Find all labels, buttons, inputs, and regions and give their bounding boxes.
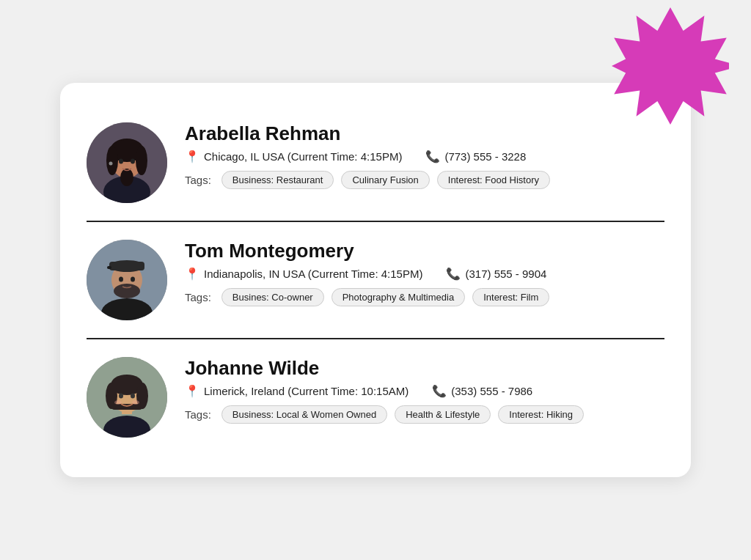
location-text: Indianapolis, IN USA (Current Time: 4:15… xyxy=(204,268,422,280)
contact-phone: 📞(317) 555 - 9904 xyxy=(446,267,546,281)
location-text: Chicago, IL USA (Current Time: 4:15PM) xyxy=(204,150,402,163)
svg-point-32 xyxy=(132,400,139,405)
contact-location: 📍Chicago, IL USA (Current Time: 4:15PM) xyxy=(185,150,402,163)
contact-phone: 📞(773) 555 - 3228 xyxy=(425,150,526,163)
contact-location: 📍Limerick, Ireland (Current Time: 10:15A… xyxy=(185,384,409,398)
tags-label: Tags: xyxy=(185,291,211,303)
svg-point-29 xyxy=(119,394,123,399)
svg-point-30 xyxy=(131,394,135,399)
starburst-shape xyxy=(612,7,729,125)
contact-row-johanne-wilde: Johanne Wilde📍Limerick, Ireland (Current… xyxy=(87,338,664,455)
svg-point-10 xyxy=(109,162,113,166)
contact-name: Johanne Wilde xyxy=(185,357,664,380)
contact-info-arabella-rehman: Arabella Rehman📍Chicago, IL USA (Current… xyxy=(185,122,664,189)
svg-point-19 xyxy=(119,277,123,282)
tag-item: Photography & Multimedia xyxy=(331,288,465,306)
contact-meta-row: 📍Indianapolis, IN USA (Current Time: 4:1… xyxy=(185,267,664,281)
contact-name: Tom Montegomery xyxy=(185,240,664,262)
phone-text: (317) 555 - 9904 xyxy=(465,268,546,280)
location-text: Limerick, Ireland (Current Time: 10:15AM… xyxy=(204,385,409,397)
contact-meta-row: 📍Chicago, IL USA (Current Time: 4:15PM)📞… xyxy=(185,150,664,163)
svg-point-31 xyxy=(114,400,122,405)
svg-point-7 xyxy=(120,169,133,186)
location-icon: 📍 xyxy=(185,267,199,281)
phone-icon: 📞 xyxy=(446,267,461,281)
contact-meta-row: 📍Limerick, Ireland (Current Time: 10:15A… xyxy=(185,384,664,398)
tag-item: Health & Lifestyle xyxy=(395,405,491,424)
svg-point-20 xyxy=(131,277,135,282)
phone-icon: 📞 xyxy=(425,150,440,163)
svg-rect-18 xyxy=(107,266,111,269)
tag-item: Business: Local & Women Owned xyxy=(221,405,387,424)
svg-point-9 xyxy=(131,159,135,164)
contact-info-johanne-wilde: Johanne Wilde📍Limerick, Ireland (Current… xyxy=(185,357,664,424)
tag-item: Busines: Co-owner xyxy=(221,288,324,306)
contact-info-tom-montegomery: Tom Montegomery📍Indianapolis, IN USA (Cu… xyxy=(185,240,664,306)
location-icon: 📍 xyxy=(185,150,199,163)
tags-row: Tags:Busines: Co-ownerPhotography & Mult… xyxy=(185,288,664,306)
contact-location: 📍Indianapolis, IN USA (Current Time: 4:1… xyxy=(185,267,422,281)
svg-point-5 xyxy=(106,146,118,175)
phone-text: (353) 555 - 7986 xyxy=(451,385,532,397)
tag-item: Interest: Food History xyxy=(437,171,550,189)
svg-point-15 xyxy=(114,284,140,298)
contact-phone: 📞(353) 555 - 7986 xyxy=(432,384,532,398)
svg-rect-17 xyxy=(109,262,144,270)
tags-row: Tags:Business: Local & Women OwnedHealth… xyxy=(185,405,664,424)
svg-point-8 xyxy=(119,159,123,164)
location-icon: 📍 xyxy=(185,384,199,398)
tag-item: Interest: Film xyxy=(472,288,549,306)
starburst-decoration xyxy=(612,7,729,125)
avatar-johanne-wilde xyxy=(87,357,167,438)
tag-item: Business: Restaurant xyxy=(221,171,334,189)
tags-label: Tags: xyxy=(185,174,211,186)
phone-icon: 📞 xyxy=(432,384,447,398)
tags-label: Tags: xyxy=(185,408,211,421)
contacts-card: Arabella Rehman📍Chicago, IL USA (Current… xyxy=(60,83,691,477)
tag-item: Culinary Fusion xyxy=(341,171,429,189)
contact-name: Arabella Rehman xyxy=(185,122,664,145)
svg-point-6 xyxy=(136,146,147,175)
avatar-arabella-rehman xyxy=(87,122,167,203)
phone-text: (773) 555 - 3228 xyxy=(444,150,526,163)
contact-row-arabella-rehman: Arabella Rehman📍Chicago, IL USA (Current… xyxy=(87,105,664,221)
tag-item: Interest: Hiking xyxy=(498,405,584,424)
avatar-tom-montegomery xyxy=(87,240,167,320)
contact-row-tom-montegomery: Tom Montegomery📍Indianapolis, IN USA (Cu… xyxy=(87,221,664,338)
tags-row: Tags:Business: RestaurantCulinary Fusion… xyxy=(185,171,664,189)
